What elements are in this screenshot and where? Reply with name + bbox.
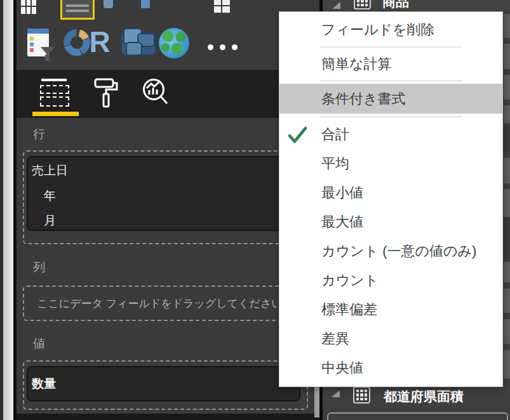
field-row-sliver xyxy=(504,319,510,344)
menu-separator xyxy=(279,77,502,84)
expand-triangle-icon[interactable] xyxy=(332,390,340,397)
menu-item-remove-field[interactable]: フィールドを削除 xyxy=(279,15,502,44)
menu-item-minimum[interactable]: 最小値 xyxy=(279,178,502,207)
table-name: 都道府県面積 xyxy=(384,388,464,405)
columns-dropzone[interactable]: ここにデータ フィールドをドラッグしてください xyxy=(23,285,308,321)
menu-item-variance[interactable]: 差異 xyxy=(279,324,502,353)
menu-item-standard-deviation[interactable]: 標準偏差 xyxy=(279,295,502,324)
visualizations-pane: R 行 売上日 年 月 xyxy=(17,0,319,420)
r-script-visual-icon[interactable]: R xyxy=(88,27,112,57)
menu-item-quick-calc[interactable]: 簡単な計算 xyxy=(279,50,502,77)
table-visual-icon[interactable] xyxy=(21,0,36,14)
menu-item-conditional-formatting[interactable]: 条件付き書式 xyxy=(279,84,502,114)
active-tab-underline xyxy=(32,112,79,116)
fields-tab-icon xyxy=(41,79,67,81)
field-row-sliver xyxy=(504,289,510,313)
field-card-quantity[interactable]: 数量 xyxy=(27,366,300,402)
paint-roller-icon xyxy=(94,78,119,108)
rows-dropzone[interactable]: 売上日 年 月 xyxy=(23,150,308,244)
aggregation-context-menu: フィールドを削除 簡単な計算 条件付き書式 合計 平均 最小値 最大値 カウント… xyxy=(279,11,503,387)
values-well-label: 値 xyxy=(33,336,45,352)
field-row-sliver xyxy=(504,217,510,260)
menu-item-average[interactable]: 平均 xyxy=(279,149,502,178)
field-card-sales-date[interactable]: 売上日 年 月 xyxy=(27,156,304,231)
columns-well-label: 列 xyxy=(33,259,45,276)
menu-item-sum[interactable]: 合計 xyxy=(279,120,502,149)
table-grid-icon xyxy=(353,386,370,404)
field-row-sliver xyxy=(504,158,510,183)
menu-item-label: 合計 xyxy=(321,126,349,142)
field-card-title: 数量 xyxy=(32,376,56,392)
menu-item-median[interactable]: 中央値 xyxy=(279,353,502,383)
partial-visual-icon[interactable] xyxy=(214,0,230,13)
menu-item-count-distinct[interactable]: カウント (一意の値のみ) xyxy=(279,237,502,266)
field-card-child-month: 月 xyxy=(44,213,56,229)
table-name: 商品 xyxy=(382,0,409,11)
fields-tab[interactable] xyxy=(40,79,69,107)
pane-bottom-strip xyxy=(17,414,319,420)
columns-dropzone-placeholder: ここにデータ フィールドをドラッグしてください xyxy=(37,296,283,311)
menu-item-count[interactable]: カウント xyxy=(279,266,502,295)
shape-map-visual-icon[interactable] xyxy=(121,29,157,57)
matrix-visual-icon-selected[interactable] xyxy=(60,0,95,20)
partial-visual-icon[interactable] xyxy=(141,0,150,8)
field-row-sliver xyxy=(504,44,510,69)
field-row-sliver xyxy=(504,262,510,282)
menu-item-maximum[interactable]: 最大値 xyxy=(279,207,502,237)
donut-chart-visual-icon[interactable] xyxy=(64,29,90,56)
checkmark-icon xyxy=(288,126,308,145)
menu-separator xyxy=(279,44,502,50)
report-canvas-edge xyxy=(3,0,13,420)
more-visuals-ellipsis-icon[interactable] xyxy=(208,44,243,50)
field-row-sliver xyxy=(504,105,510,123)
table-grid-icon xyxy=(354,0,371,10)
partial-visual-icon[interactable] xyxy=(104,0,113,8)
expand-triangle-icon[interactable] xyxy=(332,2,340,9)
field-card-title: 売上日 xyxy=(32,162,68,179)
map-globe-visual-icon[interactable] xyxy=(159,28,189,58)
analytics-tab[interactable] xyxy=(142,77,171,110)
values-dropzone[interactable]: 数量 xyxy=(23,360,308,410)
analytics-magnifier-icon xyxy=(142,77,171,108)
field-row-sliver xyxy=(504,350,510,379)
field-row-sliver xyxy=(504,14,510,38)
slicer-visual-icon[interactable] xyxy=(27,29,49,56)
field-row-sliver xyxy=(504,75,510,100)
menu-separator xyxy=(279,114,502,120)
field-search-box[interactable] xyxy=(327,412,508,420)
rows-well-label: 行 xyxy=(33,126,45,143)
format-tab[interactable] xyxy=(94,78,119,111)
field-card-child-year: 年 xyxy=(44,188,56,204)
table-row-prefecture-area[interactable]: 都道府県面積 xyxy=(323,384,510,407)
field-row-sliver xyxy=(504,125,510,152)
table-row-product[interactable]: 商品 xyxy=(323,0,510,11)
field-row-sliver xyxy=(504,189,510,217)
